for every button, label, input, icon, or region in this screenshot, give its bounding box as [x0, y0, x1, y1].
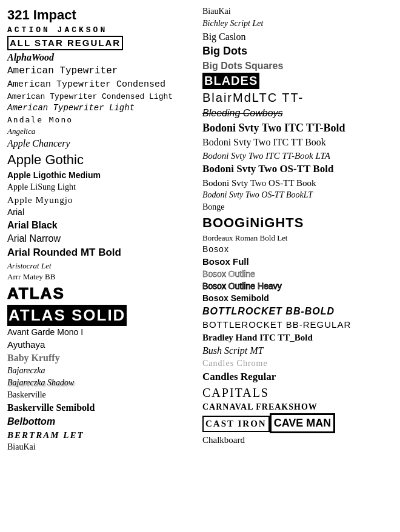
font-item-biaukai-r[interactable]: BiauKai: [202, 6, 393, 18]
right-column: BiauKaiBichley Script LetBig CaslonBig D…: [200, 6, 395, 454]
font-item-candles-chrome[interactable]: Candles Chrome: [202, 358, 393, 370]
font-item-belbottom[interactable]: Belbottom: [7, 415, 198, 428]
font-item-bajareczka[interactable]: Bajareczka: [7, 365, 198, 377]
font-item-all-star[interactable]: ALL STAR REGULAR: [7, 36, 123, 50]
font-item-booginights[interactable]: BOOGiNiGHTS: [202, 214, 393, 232]
font-item-candles-regular[interactable]: Candles Regular: [202, 370, 393, 384]
font-item-baby-kruffy[interactable]: Baby Kruffy: [7, 351, 198, 365]
font-item-american-typewriter-condensed-light[interactable]: American Typewriter Condensed Light: [7, 91, 198, 102]
font-item-big-dots-squares[interactable]: Big Dots Squares: [202, 59, 393, 73]
font-item-bottlerocket-bold[interactable]: BOTTLROCKET BB-BOLD: [202, 305, 393, 318]
font-item-arial-narrow[interactable]: Arial Narrow: [7, 232, 198, 245]
font-item-bodoni-book-lta[interactable]: Bodoni Svty Two ITC TT-Book LTA: [202, 150, 393, 162]
font-item-bosox-outline[interactable]: Bosox Outline: [202, 268, 393, 280]
font-item-bodoni-os-bold[interactable]: Bodoni Svty Two OS-TT Bold: [202, 162, 393, 176]
font-item-321-impact[interactable]: 321 Impact: [7, 6, 198, 24]
font-item-arial[interactable]: Arial: [7, 207, 198, 218]
font-item-bertram[interactable]: BERTRAM LET: [7, 429, 198, 441]
left-column: 321 ImpactACTION JACKSONALL STAR REGULAR…: [5, 6, 200, 454]
font-item-bosox-outline-heavy[interactable]: Bosox Outline Heavy: [202, 281, 393, 292]
font-item-american-typewriter-condensed[interactable]: American Typewriter Condensed: [7, 79, 198, 91]
font-item-bosox-full[interactable]: Bosox Full: [202, 256, 393, 268]
font-item-capitals[interactable]: CAPITALS: [202, 385, 393, 401]
font-item-blair[interactable]: BlairMdLTC TT-: [202, 90, 393, 106]
font-item-bajareczka-shadow[interactable]: Bajareczka Shadow: [7, 377, 198, 389]
font-item-apple-myungjo[interactable]: Apple Myungjo: [7, 194, 198, 206]
font-item-alphawood[interactable]: AlphaWood: [7, 51, 198, 64]
font-item-american-typewriter[interactable]: American Typewriter: [7, 65, 198, 78]
font-item-apple-lisung[interactable]: Apple LiSung Light: [7, 182, 198, 193]
font-item-bosox-semi[interactable]: Bosox Semibold: [202, 293, 393, 304]
font-item-bodoni-book[interactable]: Bodoni Svty Two ITC TT Book: [202, 136, 393, 149]
font-item-biaukai[interactable]: BiauKai: [7, 442, 198, 453]
font-item-atlas-solid[interactable]: ATLAS SOLID: [7, 305, 127, 326]
font-item-blades[interactable]: BLADES: [202, 73, 259, 89]
font-item-atlas[interactable]: ATLAS: [7, 283, 198, 304]
font-item-action-jackson[interactable]: ACTION JACKSON: [7, 25, 198, 36]
font-item-bichley[interactable]: Bichley Script Let: [202, 18, 393, 30]
font-item-baskerville[interactable]: Baskerville: [7, 390, 198, 401]
font-item-cast-iron[interactable]: CAST IRON: [202, 416, 270, 431]
font-item-apple-chancery[interactable]: Apple Chancery: [7, 137, 198, 150]
font-item-arr-matey[interactable]: Arrr Matey BB: [7, 271, 198, 282]
font-item-bradley[interactable]: Bradley Hand ITC TT_Bold: [202, 331, 393, 344]
font-item-american-typewriter-light[interactable]: American Typewriter Light: [7, 102, 198, 114]
font-item-carnaval[interactable]: CARNAVAL FREAKSHOW: [202, 402, 393, 413]
font-item-baskerville-semi[interactable]: Baskerville Semibold: [7, 401, 198, 414]
font-item-aristocrat[interactable]: Aristocrat Let: [7, 261, 198, 271]
font-item-big-dots[interactable]: Big Dots: [202, 44, 393, 58]
font-item-chalkboard[interactable]: Chalkboard: [202, 434, 393, 446]
font-item-bottlerocket-reg[interactable]: BOTTLEROCKET BB-REGULAR: [202, 319, 393, 331]
font-item-cave-man[interactable]: CAVE MAN: [270, 413, 336, 433]
font-item-bush-script[interactable]: Bush Script MT: [202, 344, 393, 357]
font-item-big-caslon[interactable]: Big Caslon: [202, 30, 393, 44]
font-item-bodoni-os-booklt[interactable]: Bodoni Svty Two OS-TT BookLT: [202, 190, 393, 201]
font-item-bordeaux[interactable]: Bordeaux Roman Bold Let: [202, 233, 393, 244]
font-item-apple-ligothic[interactable]: Apple Ligothic Medium: [7, 170, 198, 181]
font-item-bonge[interactable]: Bonge: [202, 202, 393, 213]
font-item-ayuthaya[interactable]: Ayuthaya: [7, 339, 198, 351]
font-item-andale-mono[interactable]: Andale Mono: [7, 115, 198, 125]
font-item-arial-black[interactable]: Arial Black: [7, 219, 198, 232]
font-list: 321 ImpactACTION JACKSONALL STAR REGULAR…: [5, 6, 395, 454]
font-item-apple-gothic[interactable]: Apple Gothic: [7, 151, 198, 169]
font-item-bosox[interactable]: Bosox: [202, 244, 393, 255]
font-item-arial-rounded[interactable]: Arial Rounded MT Bold: [7, 246, 198, 260]
font-item-bleeding[interactable]: Bleeding Cowboys: [202, 107, 393, 120]
font-item-bodoni-bold[interactable]: Bodoni Svty Two ITC TT-Bold: [202, 121, 393, 135]
font-item-angelica[interactable]: Angelica: [7, 126, 198, 137]
font-item-avant-garde[interactable]: Avant Garde Mono I: [7, 327, 198, 338]
font-item-bodoni-os-book[interactable]: Bodoni Svty Two OS-TT Book: [202, 177, 393, 189]
